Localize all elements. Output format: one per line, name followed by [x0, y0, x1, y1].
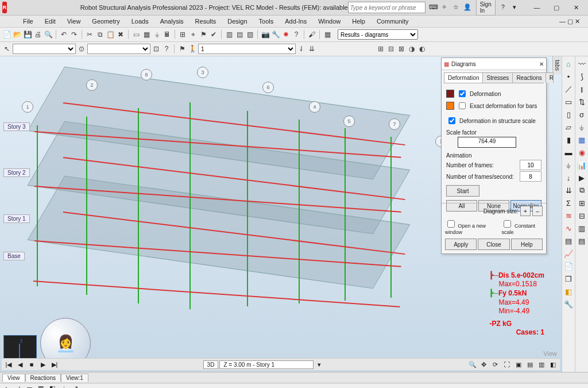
flag-icon[interactable]: ⚑	[199, 30, 208, 39]
help-button[interactable]: Help	[511, 239, 543, 250]
scale-factor-input[interactable]: 764.49	[458, 137, 516, 148]
sidebar-load-icon[interactable]: ↓	[563, 172, 574, 183]
menu-addins[interactable]: Add-Ins	[279, 17, 312, 26]
right-tabs-handle[interactable]: tabs	[552, 56, 562, 74]
cursor-icon[interactable]: ↖	[2, 44, 11, 53]
view-story-selector[interactable]: Z = 3.00 m - Story 1	[219, 360, 314, 369]
rt-stress-icon[interactable]: σ	[577, 109, 587, 120]
support-icon[interactable]: ⏚	[152, 30, 161, 39]
sidebar-beam-icon[interactable]: ▬	[563, 147, 574, 157]
chk-new-window-wrap[interactable]: Open a new window	[445, 218, 497, 235]
vtb-next-icon[interactable]: ▶|	[50, 360, 59, 369]
panel-close-icon[interactable]: ✕	[539, 61, 544, 67]
rt-diag-icon[interactable]: 📊	[577, 160, 587, 170]
loadcase-selector[interactable]: 1	[198, 44, 296, 54]
tab-reinf[interactable]: Reinf‹	[546, 72, 554, 83]
section-icon[interactable]: ▭	[131, 30, 141, 39]
sidebar-home-icon[interactable]: ⌂	[563, 59, 574, 69]
preview-icon[interactable]: 🔍	[44, 30, 53, 39]
vtb-fit-icon[interactable]: ⛶	[502, 360, 512, 369]
walk-icon[interactable]: 🚶	[188, 44, 197, 53]
vtb-pan-icon[interactable]: ✥	[479, 360, 489, 369]
chk-scale[interactable]	[448, 117, 455, 124]
chk-constant[interactable]	[504, 220, 511, 228]
pick-node-icon[interactable]: ⊙	[77, 44, 86, 53]
rt-xtra2-icon[interactable]: ⊞	[577, 198, 587, 208]
p-panel-icon[interactable]: ▭	[25, 385, 33, 388]
vtb-zoom-icon[interactable]: 🔍	[468, 360, 477, 369]
chk-deformation[interactable]	[459, 90, 466, 97]
star-icon[interactable]: ☆	[452, 3, 460, 11]
tab-view[interactable]: View	[2, 374, 25, 382]
tab-view1[interactable]: View:1	[61, 374, 88, 382]
close-button[interactable]: Close	[478, 239, 509, 250]
help2-icon[interactable]: ?	[292, 30, 301, 39]
man-icon[interactable]: ✸	[281, 30, 291, 39]
sidebar-wrench-icon[interactable]: 🔧	[563, 299, 574, 309]
view-3d-button[interactable]: 3D	[203, 360, 219, 369]
menu-view[interactable]: View	[61, 17, 87, 26]
menu-window[interactable]: Window	[312, 17, 346, 26]
bar-selector[interactable]	[87, 44, 150, 54]
sidebar-column-icon[interactable]: ▮	[563, 135, 574, 145]
rt-xtra5-icon[interactable]: ▤	[577, 236, 587, 246]
open-icon[interactable]: 📂	[13, 30, 22, 39]
rt-xtra1-icon[interactable]: ⧉	[577, 185, 587, 195]
chk-constant-wrap[interactable]: Constant scale	[501, 218, 543, 235]
rt-moment-icon[interactable]: ⟆	[577, 71, 587, 82]
sidebar-report-icon[interactable]: 📄	[563, 261, 574, 271]
vtb-play2-icon[interactable]: ▶	[38, 360, 48, 369]
wrench-icon[interactable]: 🔧	[271, 30, 280, 39]
new-icon[interactable]: 📄	[2, 30, 11, 39]
layout-icon[interactable]: ▦	[323, 30, 332, 39]
menu-design[interactable]: Design	[222, 17, 253, 26]
menu-help[interactable]: Help	[346, 17, 371, 26]
sidebar-wall-icon[interactable]: ▯	[563, 109, 574, 120]
sidebar-table-icon[interactable]: ▤	[563, 236, 574, 246]
copy-icon[interactable]: ⧉	[95, 30, 105, 39]
tab-reactions[interactable]: Reactions	[512, 72, 546, 83]
sidebar-bar-icon[interactable]: ／	[563, 84, 574, 94]
model-viewport[interactable]: Story 3 Story 2 Story 1 Base 1 2 3 4 5 6…	[0, 56, 562, 372]
material-icon[interactable]: ▦	[142, 30, 151, 39]
grid-icon[interactable]: ⊞	[178, 30, 187, 39]
apply-button[interactable]: Apply	[445, 239, 477, 250]
snap-icon[interactable]: ⌖	[188, 30, 198, 39]
vtb-play-icon[interactable]: ◀	[16, 360, 25, 369]
view2-icon[interactable]: ⊟	[386, 44, 396, 53]
loadcase-icon[interactable]: ⚑	[177, 44, 187, 53]
sidebar-support-icon[interactable]: ⏚	[563, 160, 574, 170]
redo-icon[interactable]: ↷	[69, 30, 79, 39]
sidebar-box-icon[interactable]: ◧	[563, 286, 574, 297]
help-icon[interactable]: ?	[499, 3, 507, 11]
menu-edit[interactable]: Edit	[39, 17, 61, 26]
rt-map-icon[interactable]: ▦	[577, 135, 587, 145]
minimize-button[interactable]: —	[527, 1, 547, 14]
undo-icon[interactable]: ↶	[59, 30, 68, 39]
sidebar-node-icon[interactable]: •	[563, 71, 574, 82]
pick-bar-icon[interactable]: ⊡	[152, 44, 161, 53]
sidebar-chart-icon[interactable]: 📈	[563, 248, 574, 259]
view5-icon[interactable]: ◐	[417, 44, 427, 53]
cut-icon[interactable]: ✂	[85, 30, 94, 39]
rt-axial-icon[interactable]: ⇅	[577, 97, 587, 107]
rt-react-icon[interactable]: ⏚	[577, 122, 587, 132]
menu-tools[interactable]: Tools	[253, 17, 280, 26]
tab-reactions[interactable]: Reactions	[25, 374, 61, 382]
screenshot-icon[interactable]: 📷	[261, 30, 270, 39]
brush-icon[interactable]: 🖌	[307, 30, 316, 39]
sidebar-slab-icon[interactable]: ▱	[563, 122, 574, 132]
tab-deformation[interactable]: Deformation	[444, 72, 483, 83]
vtb-orbit-icon[interactable]: ⟳	[491, 360, 500, 369]
view1-icon[interactable]: ⊞	[376, 44, 385, 53]
menu-file[interactable]: File	[17, 17, 39, 26]
menu-results[interactable]: Results	[189, 17, 222, 26]
chk-exact[interactable]	[459, 102, 466, 109]
vtb-front-icon[interactable]: ▣	[514, 360, 523, 369]
rt-anim-icon[interactable]: ▶	[577, 172, 587, 183]
rt-xtra3-icon[interactable]: ⊟	[577, 210, 587, 221]
start-button[interactable]: Start	[446, 185, 479, 197]
p-sup-icon[interactable]: ⏚	[60, 385, 68, 388]
search-input[interactable]	[348, 2, 425, 13]
vtb-iso-icon[interactable]: ◧	[548, 360, 558, 369]
